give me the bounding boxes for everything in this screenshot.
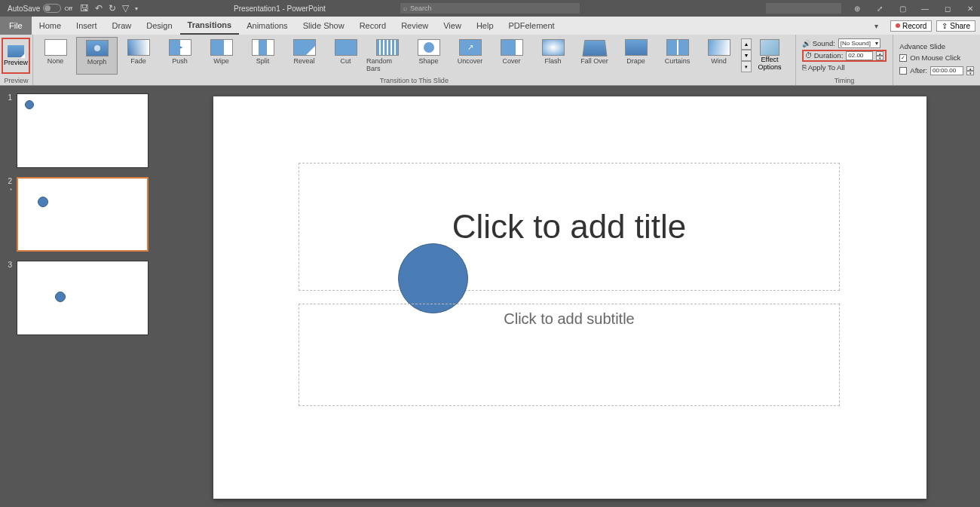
- transition-none[interactable]: None: [35, 37, 76, 75]
- effect-options-button[interactable]: Effect Options: [752, 38, 788, 73]
- duration-down-button[interactable]: ▾: [876, 56, 884, 60]
- transitions-group-label: Transition to This Slide: [33, 76, 795, 85]
- window-restore-icon[interactable]: ▢: [893, 3, 912, 14]
- thumbnail-number: 2: [6, 177, 12, 185]
- transition-reveal-icon: [293, 39, 316, 56]
- slide-thumbnail-2[interactable]: [17, 177, 149, 252]
- transition-shape-icon: [418, 39, 440, 56]
- effect-options-label: Effect Options: [753, 57, 786, 72]
- on-mouse-click-label: On Mouse Click: [910, 53, 960, 62]
- transition-morph[interactable]: Morph: [76, 37, 118, 75]
- duration-label: ⏱ Duration:: [805, 51, 844, 60]
- close-button[interactable]: ✕: [960, 3, 980, 14]
- chevron-down-icon: ▾: [875, 40, 878, 47]
- document-title: Presentation1 - PowerPoint: [234, 5, 326, 13]
- ribbon: Preview Preview NoneMorphFadePushWipeSpl…: [0, 35, 980, 86]
- menu-help[interactable]: Help: [469, 17, 501, 35]
- transition-cover-icon: [501, 39, 523, 56]
- gallery-up-button[interactable]: ▲: [741, 38, 752, 50]
- redo-icon[interactable]: ↻: [109, 3, 116, 14]
- gallery-more-button[interactable]: ▾: [741, 61, 752, 72]
- menu-review[interactable]: Review: [394, 17, 436, 35]
- timing-group-label: Timing: [796, 76, 893, 85]
- sound-label: 🔊 Sound:: [802, 39, 835, 47]
- apply-to-all-button[interactable]: ⎘ Apply To All: [802, 63, 845, 72]
- preview-group-label: Preview: [0, 76, 32, 85]
- transition-curtains[interactable]: Curtains: [657, 37, 698, 75]
- save-icon[interactable]: 🖫: [80, 3, 89, 14]
- title-placeholder[interactable]: Click to add title: [299, 163, 840, 291]
- menu-home[interactable]: Home: [32, 17, 69, 35]
- menu-transitions[interactable]: Transitions: [180, 17, 240, 35]
- menu-draw[interactable]: Draw: [105, 17, 139, 35]
- transition-drape[interactable]: Drape: [615, 37, 657, 75]
- autosave-state: Off: [64, 5, 72, 12]
- after-label: After:: [910, 66, 927, 75]
- transition-label: Push: [172, 57, 188, 65]
- maximize-button[interactable]: ◻: [938, 3, 957, 14]
- undo-icon[interactable]: ↶: [95, 3, 103, 14]
- title-bar: AutoSave Off 🖫 ↶ ↻ ▽ ▾ Presentation1 - P…: [0, 0, 980, 17]
- minimize-button[interactable]: —: [915, 3, 935, 14]
- workspace: 12*3 Click to add title Click to add sub…: [0, 86, 980, 507]
- menu-design[interactable]: Design: [139, 17, 179, 35]
- transition-cut[interactable]: Cut: [325, 37, 366, 75]
- menu-pdfelement[interactable]: PDFelement: [501, 17, 562, 35]
- transition-fade-icon: [127, 39, 150, 56]
- menu-file[interactable]: File: [0, 17, 32, 35]
- transition-split[interactable]: Split: [242, 37, 283, 75]
- gallery-down-button[interactable]: ▼: [741, 50, 752, 61]
- menu-animations[interactable]: Animations: [239, 17, 295, 35]
- title-placeholder-text: Click to add title: [452, 208, 687, 246]
- thumbnail-row: 1: [6, 93, 154, 168]
- transition-reveal[interactable]: Reveal: [283, 37, 325, 75]
- transition-uncover[interactable]: Uncover: [449, 37, 491, 75]
- transition-fall-over[interactable]: Fall Over: [574, 37, 615, 75]
- after-time-input[interactable]: 00:00.00: [930, 66, 963, 75]
- subtitle-placeholder[interactable]: Click to add subtitle: [299, 304, 840, 406]
- autosave-toggle[interactable]: AutoSave Off: [8, 4, 72, 13]
- menu-bar: File HomeInsertDrawDesignTransitionsAnim…: [0, 17, 980, 35]
- qat-more-icon[interactable]: ▾: [135, 5, 138, 12]
- coming-soon-icon[interactable]: ⊕: [847, 3, 867, 14]
- transition-label: Random Bars: [366, 57, 408, 72]
- ribbon-dropdown-icon[interactable]: ▾: [866, 20, 886, 31]
- account-box[interactable]: [766, 3, 841, 14]
- transition-uncover-icon: [459, 39, 482, 56]
- menu-record[interactable]: Record: [352, 17, 394, 35]
- duration-input[interactable]: 02.00: [846, 51, 873, 60]
- transition-push[interactable]: Push: [159, 37, 201, 75]
- on-mouse-click-checkbox[interactable]: ✓: [899, 54, 907, 62]
- after-checkbox[interactable]: [899, 67, 907, 75]
- thumbnail-row: 3: [6, 261, 154, 335]
- slide-thumbnail-1[interactable]: [17, 93, 149, 168]
- transition-wipe[interactable]: Wipe: [201, 37, 242, 75]
- transition-drape-icon: [625, 39, 648, 56]
- transition-label: Morph: [87, 58, 107, 66]
- transition-cover[interactable]: Cover: [491, 37, 532, 75]
- preview-button[interactable]: Preview: [2, 38, 30, 74]
- transition-random-bars-icon: [376, 39, 399, 56]
- record-button[interactable]: Record: [890, 20, 932, 32]
- menu-insert[interactable]: Insert: [69, 17, 105, 35]
- menu-slide-show[interactable]: Slide Show: [296, 17, 352, 35]
- transition-random-bars[interactable]: Random Bars: [366, 37, 408, 75]
- transition-label: None: [47, 57, 64, 65]
- transition-morph-icon: [86, 40, 109, 57]
- share-icon: ⇪: [942, 22, 948, 30]
- share-button[interactable]: ⇪Share: [936, 20, 975, 32]
- sound-combo[interactable]: [No Sound]▾: [838, 38, 880, 48]
- ribbon-display-icon[interactable]: ⤢: [870, 3, 890, 14]
- transition-label: Reveal: [293, 57, 314, 65]
- transition-flash[interactable]: Flash: [532, 37, 574, 75]
- from-beginning-icon[interactable]: ▽: [122, 3, 129, 14]
- transition-wind[interactable]: Wind: [698, 37, 740, 75]
- transition-shape[interactable]: Shape: [408, 37, 449, 75]
- after-down-button[interactable]: ▾: [966, 71, 974, 75]
- menu-view[interactable]: View: [436, 17, 469, 35]
- transition-cut-icon: [335, 39, 357, 56]
- transition-fade[interactable]: Fade: [118, 37, 159, 75]
- slide-thumbnail-3[interactable]: [17, 261, 149, 335]
- search-input[interactable]: ⌕ Search: [400, 2, 580, 14]
- slide-canvas[interactable]: Click to add title Click to add subtitle: [213, 96, 926, 499]
